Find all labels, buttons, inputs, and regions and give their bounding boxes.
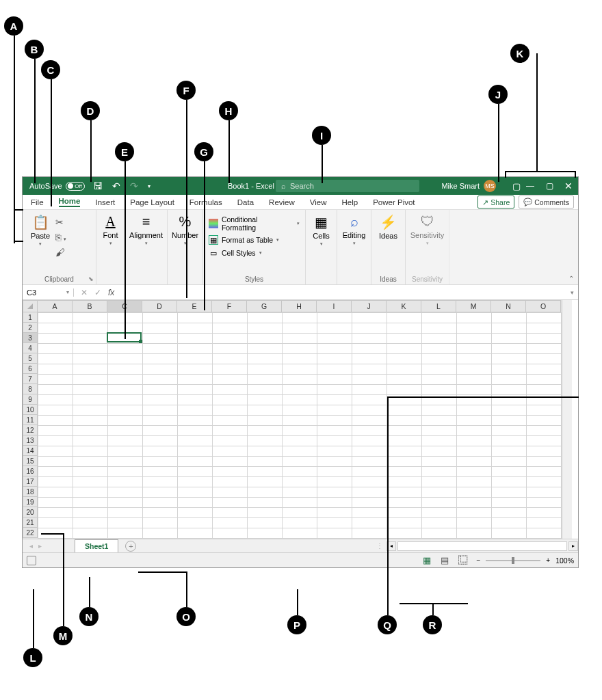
- zoom-in-icon[interactable]: +: [546, 556, 550, 564]
- row-header[interactable]: 22: [23, 528, 38, 538]
- user-account[interactable]: Mike Smart MS: [441, 180, 496, 192]
- column-header[interactable]: H: [282, 300, 317, 312]
- scroll-right-icon[interactable]: ▸: [568, 541, 578, 551]
- insert-function-icon[interactable]: fx: [108, 288, 114, 297]
- cells-button[interactable]: ▦ Cells ▾: [311, 213, 331, 248]
- comments-button[interactable]: 💬 Comments: [519, 196, 574, 208]
- row-header[interactable]: 4: [23, 343, 38, 353]
- column-header[interactable]: D: [142, 300, 177, 312]
- redo-icon[interactable]: ↷: [130, 180, 138, 191]
- save-icon[interactable]: 🖫: [93, 180, 103, 191]
- prev-sheet-icon[interactable]: ◂: [29, 542, 33, 550]
- copy-icon[interactable]: ⎘ ▾: [55, 232, 66, 243]
- row-header[interactable]: 5: [23, 353, 38, 364]
- column-header[interactable]: A: [38, 300, 73, 312]
- maximize-button[interactable]: ▢: [540, 177, 559, 195]
- row-header[interactable]: 12: [23, 425, 38, 435]
- format-as-table-button[interactable]: ▦ Format as Table ▾: [209, 235, 300, 245]
- row-header[interactable]: 1: [23, 312, 38, 323]
- zoom-slider[interactable]: [486, 560, 540, 561]
- sheet-tab[interactable]: Sheet1: [75, 539, 118, 552]
- row-header[interactable]: 10: [23, 405, 38, 415]
- column-header[interactable]: I: [317, 300, 352, 312]
- collapse-ribbon-icon[interactable]: ⌃: [568, 275, 574, 282]
- page-layout-view-icon[interactable]: ▤: [441, 555, 449, 565]
- column-header[interactable]: N: [491, 300, 526, 312]
- row-header[interactable]: 19: [23, 497, 38, 507]
- record-macro-icon[interactable]: [27, 556, 36, 565]
- normal-view-icon[interactable]: ▦: [423, 555, 431, 565]
- row-header[interactable]: 17: [23, 476, 38, 487]
- tab-review[interactable]: Review: [269, 198, 295, 206]
- row-header[interactable]: 8: [23, 384, 38, 394]
- column-header[interactable]: J: [352, 300, 387, 312]
- column-header[interactable]: B: [73, 300, 107, 312]
- minimize-button[interactable]: —: [521, 177, 540, 195]
- undo-icon[interactable]: ↶: [112, 180, 120, 191]
- vertical-scrollbar[interactable]: [562, 300, 572, 539]
- tab-file[interactable]: File: [31, 198, 44, 206]
- close-button[interactable]: ✕: [559, 177, 578, 195]
- ribbon-display-options-icon[interactable]: ▢: [512, 181, 521, 191]
- column-header[interactable]: G: [247, 300, 282, 312]
- cell-styles-button[interactable]: ▭ Cell Styles ▾: [209, 248, 300, 258]
- row-header[interactable]: 3: [23, 333, 38, 343]
- row-header[interactable]: 20: [23, 507, 38, 517]
- row-header[interactable]: 9: [23, 394, 38, 405]
- column-header[interactable]: O: [526, 300, 561, 312]
- sheet-nav[interactable]: ◂ ▸: [23, 542, 49, 550]
- paste-button[interactable]: 📋 Paste ▾: [28, 213, 53, 258]
- tab-power-pivot[interactable]: Power Pivot: [373, 198, 415, 206]
- column-header[interactable]: L: [421, 300, 456, 312]
- row-headers[interactable]: 12345678910111213141516171819202122: [23, 312, 38, 539]
- column-headers[interactable]: ABCDEFGHIJKLMNO: [23, 300, 562, 312]
- cells[interactable]: [38, 312, 562, 539]
- tab-help[interactable]: Help: [342, 198, 358, 206]
- column-header[interactable]: F: [212, 300, 247, 312]
- new-sheet-button[interactable]: +: [125, 541, 136, 552]
- column-header[interactable]: E: [177, 300, 212, 312]
- cancel-formula-icon[interactable]: ✕: [81, 288, 88, 297]
- zoom-level[interactable]: 100%: [555, 556, 574, 565]
- sheet-tab-scroll-icon[interactable]: ⋮: [376, 542, 383, 550]
- expand-formula-bar-icon[interactable]: ▾: [566, 289, 578, 296]
- row-header[interactable]: 21: [23, 517, 38, 528]
- editing-button[interactable]: ⌕ Editing ▾: [343, 213, 365, 247]
- tab-view[interactable]: View: [310, 198, 327, 206]
- tab-page-layout[interactable]: Page Layout: [130, 198, 174, 206]
- row-header[interactable]: 7: [23, 374, 38, 384]
- grid[interactable]: ABCDEFGHIJKLMNO 123456789101112131415161…: [23, 300, 562, 539]
- row-header[interactable]: 11: [23, 415, 38, 425]
- page-break-view-icon[interactable]: ⿺: [458, 555, 467, 565]
- column-header[interactable]: K: [387, 300, 421, 312]
- row-header[interactable]: 13: [23, 435, 38, 446]
- share-button[interactable]: ↗ Share: [477, 196, 514, 208]
- number-button[interactable]: % Number ▾: [173, 213, 197, 247]
- font-button[interactable]: A Font ▾: [102, 213, 119, 247]
- alignment-button[interactable]: ≡ Alignment ▾: [131, 213, 161, 247]
- cut-icon[interactable]: ✂: [55, 217, 66, 228]
- sensitivity-button[interactable]: 🛡 Sensitivity ▾: [411, 213, 443, 247]
- tab-data[interactable]: Data: [237, 198, 254, 206]
- row-header[interactable]: 2: [23, 323, 38, 333]
- search-box[interactable]: ⌕ Search: [276, 180, 419, 192]
- zoom-out-icon[interactable]: −: [476, 556, 480, 564]
- select-all-corner[interactable]: [23, 300, 38, 312]
- qat-customize-icon[interactable]: ▾: [148, 183, 150, 189]
- row-header[interactable]: 16: [23, 466, 38, 476]
- next-sheet-icon[interactable]: ▸: [38, 542, 42, 550]
- row-header[interactable]: 18: [23, 487, 38, 497]
- ideas-button[interactable]: ⚡ Ideas: [377, 213, 400, 241]
- scroll-track[interactable]: [397, 541, 567, 551]
- format-painter-icon[interactable]: 🖌: [55, 247, 66, 258]
- column-header[interactable]: M: [456, 300, 491, 312]
- row-header[interactable]: 6: [23, 364, 38, 374]
- autosave-toggle[interactable]: AutoSave Off: [29, 182, 85, 191]
- tab-formulas[interactable]: Formulas: [189, 198, 222, 206]
- clipboard-dialog-launcher[interactable]: ⬊: [88, 275, 94, 282]
- row-header[interactable]: 15: [23, 456, 38, 466]
- row-header[interactable]: 14: [23, 446, 38, 456]
- horizontal-scrollbar[interactable]: ◂ ▸: [387, 541, 578, 552]
- tab-insert[interactable]: Insert: [95, 198, 115, 206]
- enter-formula-icon[interactable]: ✓: [94, 288, 101, 297]
